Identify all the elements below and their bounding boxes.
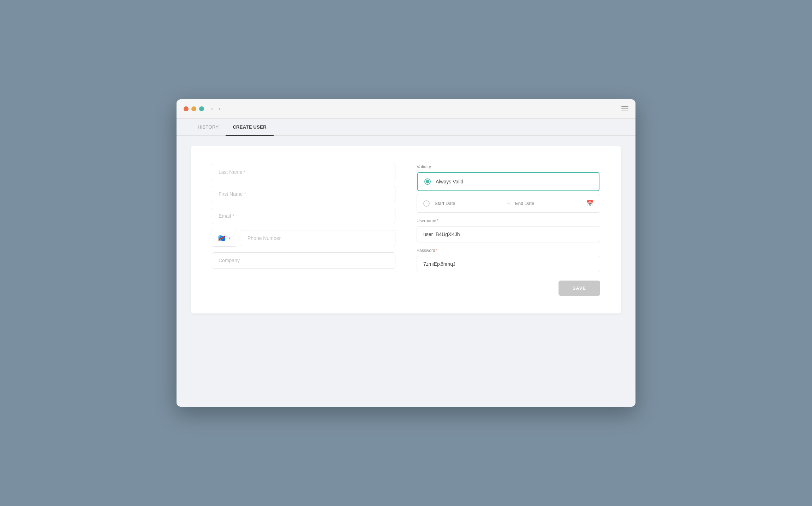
- start-date-input[interactable]: [435, 201, 502, 206]
- main-content: 🇨🇩 ▼ Validity: [177, 136, 635, 324]
- date-arrow-icon: →: [506, 201, 511, 206]
- browser-nav: ‹ ›: [211, 106, 221, 112]
- menu-line-1: [621, 106, 628, 107]
- always-valid-label: Always Valid: [436, 179, 463, 184]
- save-button[interactable]: SAVE: [559, 281, 600, 296]
- flag-icon: 🇨🇩: [218, 234, 226, 242]
- always-valid-radio[interactable]: [424, 178, 431, 185]
- end-date-input[interactable]: [515, 201, 582, 206]
- browser-chrome: ‹ ›: [177, 99, 635, 119]
- hamburger-menu-button[interactable]: [621, 106, 628, 111]
- dot-orange[interactable]: [191, 106, 196, 111]
- form-layout: 🇨🇩 ▼ Validity: [212, 164, 600, 296]
- menu-line-3: [621, 111, 628, 111]
- username-group: Username*: [417, 218, 600, 242]
- validity-section: Validity Always Valid: [417, 164, 600, 213]
- form-left: 🇨🇩 ▼: [212, 164, 395, 296]
- nav-back-button[interactable]: ‹: [211, 106, 213, 112]
- email-input[interactable]: [212, 208, 395, 224]
- tab-history[interactable]: HISTORY: [191, 119, 226, 135]
- tabs-bar: HISTORY CREATE USER: [177, 119, 635, 136]
- tab-create-user[interactable]: CREATE USER: [226, 119, 274, 135]
- first-name-input[interactable]: [212, 186, 395, 202]
- dot-teal[interactable]: [199, 106, 204, 111]
- always-valid-option[interactable]: Always Valid: [417, 172, 599, 191]
- radio-inner: [426, 180, 429, 183]
- password-group: Password*: [417, 248, 600, 272]
- date-range-row: → 📅: [435, 200, 593, 207]
- phone-country-select[interactable]: 🇨🇩 ▼: [212, 230, 237, 247]
- chevron-down-icon: ▼: [228, 236, 231, 240]
- browser-window: ‹ › HISTORY CREATE USER: [177, 99, 635, 407]
- form-card: 🇨🇩 ▼ Validity: [191, 146, 621, 313]
- password-input[interactable]: [417, 256, 600, 272]
- username-input[interactable]: [417, 226, 600, 242]
- phone-row: 🇨🇩 ▼: [212, 230, 395, 247]
- username-label: Username*: [417, 218, 600, 223]
- username-required-star: *: [437, 218, 438, 223]
- dot-red[interactable]: [184, 106, 189, 111]
- password-label: Password*: [417, 248, 600, 253]
- calendar-icon[interactable]: 📅: [586, 200, 593, 207]
- form-right: Validity Always Valid: [417, 164, 600, 296]
- menu-line-2: [621, 108, 628, 109]
- password-required-star: *: [436, 248, 438, 253]
- nav-forward-button[interactable]: ›: [219, 106, 220, 112]
- company-input[interactable]: [212, 252, 395, 269]
- date-range-option[interactable]: → 📅: [417, 194, 600, 213]
- date-range-radio[interactable]: [423, 200, 430, 207]
- phone-number-input[interactable]: [241, 230, 395, 246]
- validity-label: Validity: [417, 164, 600, 169]
- last-name-input[interactable]: [212, 164, 395, 180]
- browser-dots: [184, 106, 204, 111]
